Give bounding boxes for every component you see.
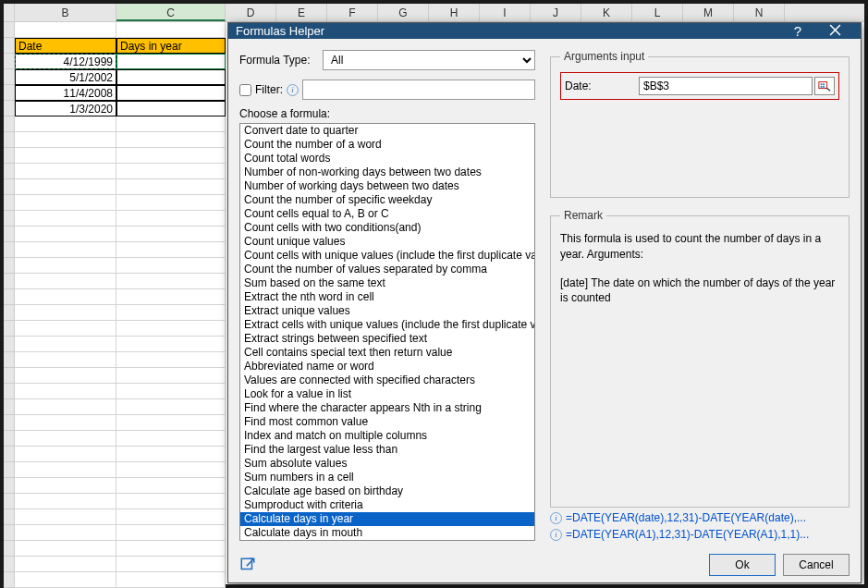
cell-C6[interactable] [116,101,226,116]
col-header-H[interactable]: H [429,4,480,21]
formula-item[interactable]: Extract strings between specified text [240,332,534,346]
col-header-D[interactable]: D [226,4,276,21]
formula-item[interactable]: Count the number of specific weekday [240,193,534,207]
col-header-J[interactable]: J [531,4,581,21]
dialog-titlebar[interactable]: Formulas Helper ? [228,23,861,39]
svg-rect-4 [823,83,825,85]
corner[interactable] [4,4,15,21]
svg-rect-7 [241,558,251,569]
cell-C4[interactable] [116,69,226,85]
info-icon[interactable]: i [287,84,299,96]
formula-item[interactable]: Count unique values [240,235,534,249]
arguments-fieldset: Arguments input Date: [550,50,850,198]
col-header-E[interactable]: E [276,4,327,21]
ok-button[interactable]: Ok [709,554,776,576]
svg-rect-6 [823,86,825,88]
arg-date-label: Date: [565,80,639,92]
col-header-M[interactable]: M [683,4,734,21]
formula-item[interactable]: Find the largest value less than [240,443,534,457]
choose-formula-label: Choose a formula: [239,107,535,120]
svg-rect-5 [821,86,823,88]
external-link-icon[interactable] [239,557,256,573]
cell-B6[interactable]: 1/3/2020 [15,101,116,116]
formula-item[interactable]: Sum absolute values [240,457,534,471]
formula-preview-2[interactable]: =DATE(YEAR(A1),12,31)-DATE(YEAR(A1),1,1)… [566,528,809,541]
formula-item[interactable]: Sum numbers in a cell [240,471,534,484]
formula-item[interactable]: Calculate days in year [240,512,534,526]
formulas-helper-dialog: Formulas Helper ? Formula Type: All Filt… [227,22,862,583]
col-header-C[interactable]: C [116,4,226,21]
filter-checkbox[interactable] [239,84,251,96]
cell-B4[interactable]: 5/1/2002 [15,69,116,85]
formula-item[interactable]: Extract cells with unique values (includ… [240,318,534,332]
range-selector-icon [818,80,831,92]
col-header-K[interactable]: K [581,4,632,21]
cell-B3[interactable]: 4/12/1999 [15,54,116,69]
cell-date-header[interactable]: Date [15,38,116,54]
cell-days-header[interactable]: Days in year [116,38,226,54]
filter-input[interactable] [302,80,535,100]
formula-item[interactable]: Cell contains special text then return v… [240,346,534,360]
formula-item[interactable]: Sum based on the same text [240,276,534,290]
formula-item[interactable]: Abbreviated name or word [240,360,534,374]
formula-item[interactable]: Extract the nth word in cell [240,290,534,304]
formula-item[interactable]: Find where the character appears Nth in … [240,401,534,415]
formula-item[interactable]: Look for a value in list [240,387,534,401]
formula-item[interactable]: Count cells with two conditions(and) [240,221,534,235]
formula-preview-1[interactable]: =DATE(YEAR(date),12,31)-DATE(YEAR(date),… [566,511,806,524]
col-header-N[interactable]: N [734,4,785,21]
close-button[interactable] [816,23,853,39]
filter-label: Filter: [255,83,283,96]
remark-fieldset: Remark This formula is used to count the… [550,209,850,508]
info-icon: i [550,529,562,541]
col-header-L[interactable]: L [632,4,683,21]
col-header-B[interactable]: B [15,4,116,21]
formula-item[interactable]: Calculate days in mouth [240,526,534,540]
formula-item[interactable]: Find most common value [240,415,534,429]
remark-legend: Remark [560,209,606,222]
formula-item[interactable]: Extract unique values [240,304,534,318]
cell-B5[interactable]: 11/4/2008 [15,85,116,101]
dialog-title: Formulas Helper [236,24,779,38]
formula-item[interactable]: Count cells equal to A, B or C [240,207,534,221]
remark-arg: [date] The date on which the number of d… [560,276,839,307]
col-header-F[interactable]: F [327,4,378,21]
formula-list[interactable]: Convert date to quarterCount the number … [239,123,535,541]
cancel-button[interactable]: Cancel [783,554,850,576]
formula-item[interactable]: Number of working days between two dates [240,179,534,193]
formula-item[interactable]: Number of non-working days between two d… [240,165,534,179]
col-header-I[interactable]: I [480,4,531,21]
formula-item[interactable]: Count the number of values separated by … [240,263,534,276]
arguments-legend: Arguments input [560,50,648,63]
svg-rect-3 [821,83,823,85]
info-icon: i [550,512,562,524]
column-headers: B C D E F G H I J K L M N [4,4,864,22]
col-header-G[interactable]: G [378,4,429,21]
cell-C5[interactable] [116,85,226,101]
formula-type-select[interactable]: All [323,50,535,70]
formula-item[interactable]: Sumproduct with criteria [240,498,534,512]
formula-item[interactable]: Index and match on multiple columns [240,429,534,443]
cell-C3[interactable] [116,54,226,69]
formula-item[interactable]: Values are connected with specified char… [240,374,534,387]
arg-date-input[interactable] [639,77,813,95]
range-selector-button[interactable] [814,77,835,95]
formula-item[interactable]: Count total words [240,152,534,165]
help-button[interactable]: ? [779,23,816,39]
formula-type-label: Formula Type: [239,54,323,67]
formula-item[interactable]: Count cells with unique values (include … [240,249,534,263]
formula-item[interactable]: Count the number of a word [240,138,534,152]
remark-desc: This formula is used to count the number… [560,231,839,263]
formula-item[interactable]: Calculate age based on birthday [240,484,534,498]
formula-item[interactable]: Convert date to quarter [240,124,534,138]
